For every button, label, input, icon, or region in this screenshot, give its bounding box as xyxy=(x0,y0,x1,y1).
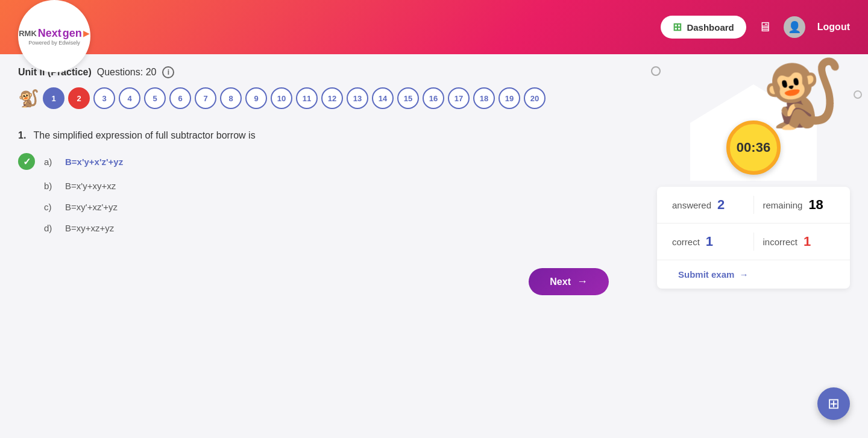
stat-divider-2 xyxy=(753,233,754,251)
remaining-value: 18 xyxy=(808,197,823,213)
logout-button[interactable]: Logout xyxy=(817,22,850,33)
q-num-12[interactable]: 12 xyxy=(321,87,343,109)
question-nav: 🐒 1 2 3 4 5 6 7 8 9 10 11 12 13 14 15 16… xyxy=(18,87,621,109)
q-num-4[interactable]: 4 xyxy=(119,87,140,109)
dashboard-label: Dashboard xyxy=(687,22,734,33)
q-num-14[interactable]: 14 xyxy=(372,87,394,109)
user-avatar[interactable]: 👤 xyxy=(784,16,805,38)
stat-correct: correct 1 xyxy=(672,234,744,249)
option-b[interactable]: b) B=x'y+xy+xz xyxy=(18,181,621,191)
submit-exam-arrow: → xyxy=(739,269,748,280)
q-num-13[interactable]: 13 xyxy=(347,87,368,109)
option-c[interactable]: c) B=xy'+xz'+yz xyxy=(18,202,621,212)
monitor-icon[interactable]: 🖥 xyxy=(758,19,772,35)
next-label: Next xyxy=(550,277,571,287)
submit-exam-link[interactable]: Submit exam → xyxy=(663,260,844,289)
q-num-7[interactable]: 7 xyxy=(195,87,216,109)
q-num-5[interactable]: 5 xyxy=(144,87,166,109)
dashboard-button[interactable]: ⊞ Dashboard xyxy=(661,16,746,39)
question-section: 1. The simplified expression of full sub… xyxy=(18,124,621,250)
q-num-1[interactable]: 1 xyxy=(43,87,64,109)
option-a-label: a) xyxy=(44,157,56,167)
correct-label: correct xyxy=(672,237,700,247)
stats-correct-incorrect: correct 1 incorrect 1 xyxy=(657,224,850,260)
main-content: Unit II (Practice) Questions: 20 i 🐒 1 2… xyxy=(0,54,868,438)
info-icon[interactable]: i xyxy=(162,66,174,78)
right-panel: 🐒 00:36 answered 2 remaining 18 cor xyxy=(639,54,868,438)
stat-answered: answered 2 xyxy=(672,197,744,213)
q-num-11[interactable]: 11 xyxy=(296,87,318,109)
dashboard-icon: ⊞ xyxy=(673,20,682,34)
logo-powered: Powered by Edwisely xyxy=(28,40,80,46)
option-a-check: ✓ xyxy=(18,153,35,170)
stat-divider-1 xyxy=(753,196,754,214)
calculator-icon: ⊞ xyxy=(828,395,840,412)
answered-label: answered xyxy=(672,200,711,210)
nav-buttons: Next → xyxy=(18,268,621,295)
next-arrow-icon: → xyxy=(577,275,588,288)
logo-rmk: RMK xyxy=(19,29,37,38)
q-num-20[interactable]: 20 xyxy=(524,87,546,109)
q-num-2[interactable]: 2 xyxy=(68,87,90,109)
circle-decoration-right xyxy=(854,90,862,99)
next-button[interactable]: Next → xyxy=(529,268,609,295)
stats-panel: answered 2 remaining 18 correct 1 incorr… xyxy=(657,187,850,289)
remaining-label: remaining xyxy=(763,200,803,210)
q-num-10[interactable]: 10 xyxy=(271,87,292,109)
question-text: 1. The simplified expression of full sub… xyxy=(18,130,621,141)
logo: RMK Nextgen▶ Powered by Edwisely xyxy=(18,0,90,72)
option-b-label: b) xyxy=(44,181,56,191)
option-d-label: d) xyxy=(44,223,56,233)
q-num-9[interactable]: 9 xyxy=(245,87,267,109)
stat-remaining: remaining 18 xyxy=(763,197,835,213)
q-num-16[interactable]: 16 xyxy=(423,87,444,109)
option-a[interactable]: ✓ a) B=x'y+x'z'+yz xyxy=(18,153,621,170)
q-num-18[interactable]: 18 xyxy=(473,87,495,109)
incorrect-label: incorrect xyxy=(763,237,798,247)
q-num-15[interactable]: 15 xyxy=(397,87,419,109)
monkey-graphic: 🐒 xyxy=(761,60,844,127)
option-d[interactable]: d) B=xy+xz+yz xyxy=(18,223,621,233)
q-num-8[interactable]: 8 xyxy=(220,87,242,109)
quiz-header: Unit II (Practice) Questions: 20 i xyxy=(18,66,621,78)
option-c-label: c) xyxy=(44,202,56,212)
q-num-6[interactable]: 6 xyxy=(169,87,191,109)
answered-value: 2 xyxy=(717,197,725,213)
q-num-3[interactable]: 3 xyxy=(93,87,115,109)
submit-exam-label: Submit exam xyxy=(678,269,734,280)
stats-answered-remaining: answered 2 remaining 18 xyxy=(657,187,850,224)
q-num-17[interactable]: 17 xyxy=(448,87,470,109)
option-d-text: B=xy+xz+yz xyxy=(65,223,114,233)
calculator-fab[interactable]: ⊞ xyxy=(817,387,850,420)
left-panel: Unit II (Practice) Questions: 20 i 🐒 1 2… xyxy=(0,54,639,438)
incorrect-value: 1 xyxy=(804,234,811,249)
stat-incorrect: incorrect 1 xyxy=(763,234,835,249)
option-a-text: B=x'y+x'z'+yz xyxy=(65,157,123,167)
submit-exam-row: Submit exam → xyxy=(657,260,850,289)
avatar-icon: 👤 xyxy=(788,20,801,34)
option-c-text: B=xy'+xz'+yz xyxy=(65,202,118,212)
option-b-text: B=x'y+xy+xz xyxy=(65,181,116,191)
monkey-nav-icon: 🐒 xyxy=(18,89,39,108)
header-right: ⊞ Dashboard 🖥 👤 Logout xyxy=(661,16,850,39)
q-num-19[interactable]: 19 xyxy=(498,87,520,109)
correct-value: 1 xyxy=(706,234,713,249)
monkey-timer-container: 🐒 00:36 xyxy=(657,60,850,181)
header: RMK Nextgen▶ Powered by Edwisely ⊞ Dashb… xyxy=(0,0,868,54)
logo-next: Next xyxy=(38,27,61,40)
